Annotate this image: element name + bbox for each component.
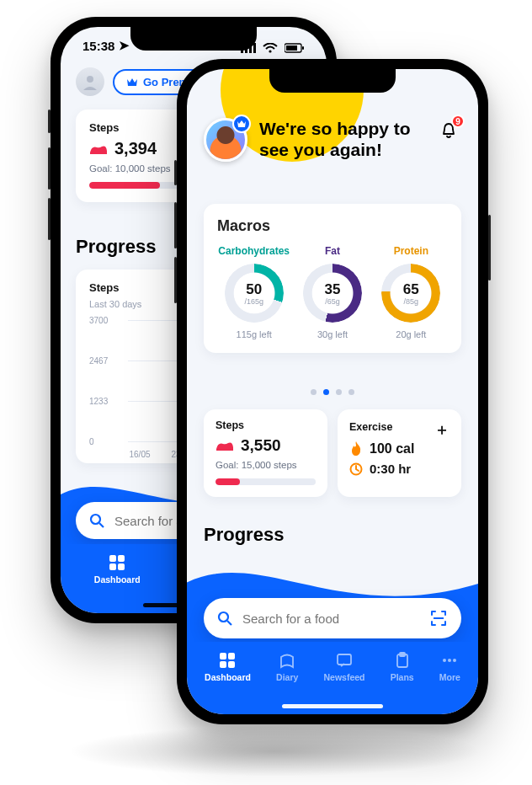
steps-progress-bar: [215, 478, 316, 485]
shoe-icon: [89, 142, 108, 156]
pager-dot[interactable]: [348, 389, 354, 395]
steps-title: Steps: [215, 419, 316, 431]
dashboard-icon: [109, 554, 125, 571]
macro-fat: Fat 35/65g 30g left: [295, 245, 369, 339]
svg-rect-7: [302, 46, 304, 50]
svg-line-10: [99, 523, 104, 527]
greeting-text: We're so happy to see you again!: [259, 118, 424, 160]
svg-rect-6: [286, 45, 297, 51]
svg-point-8: [87, 76, 93, 83]
person-icon: [82, 73, 98, 90]
exercise-title: Exercise: [349, 421, 392, 433]
macro-protein: Protein 65/85g 20g left: [375, 245, 448, 339]
svg-point-4: [269, 50, 271, 52]
battery-icon: [285, 43, 305, 53]
pager-dots[interactable]: [187, 389, 478, 395]
svg-line-18: [227, 621, 231, 625]
home-indicator: [282, 704, 383, 708]
nav-dashboard[interactable]: Dashboard: [205, 652, 251, 682]
barcode-scan-icon[interactable]: [429, 609, 448, 627]
clock-icon: [349, 462, 363, 476]
flame-icon: [349, 441, 363, 457]
notif-count: 9: [451, 115, 465, 128]
avatar-placeholder[interactable]: [76, 67, 104, 96]
pager-dot[interactable]: [336, 389, 342, 395]
status-time: 15:38 ➤: [82, 39, 130, 54]
search-icon: [217, 611, 232, 626]
diary-icon: [279, 652, 295, 669]
steps-goal: Goal: 15,000 steps: [215, 460, 316, 470]
svg-rect-14: [118, 563, 125, 570]
more-icon: [441, 652, 458, 669]
avatar[interactable]: [204, 118, 247, 162]
macros-title: Macros: [217, 217, 448, 235]
newsfeed-icon: [336, 652, 353, 669]
search-icon: [89, 513, 104, 528]
svg-point-29: [453, 659, 456, 662]
svg-rect-24: [338, 654, 351, 665]
premium-badge-icon: [232, 115, 251, 133]
notch: [269, 69, 396, 93]
steps-card[interactable]: Steps 3,550 Goal: 15,000 steps: [204, 409, 327, 497]
nav-dashboard[interactable]: Dashboard: [94, 554, 141, 585]
notch: [130, 27, 257, 51]
search-input[interactable]: [242, 611, 419, 626]
nav-newsfeed[interactable]: Newsfeed: [323, 652, 364, 682]
macros-card[interactable]: Macros Carbohydrates 50/165g 115g left F…: [204, 204, 461, 353]
exercise-time: 0:30 hr: [370, 462, 411, 476]
dashboard-icon: [219, 652, 236, 669]
shoe-icon: [215, 439, 234, 452]
steps-value: 3,550: [241, 436, 281, 455]
svg-point-28: [448, 659, 451, 662]
svg-rect-21: [228, 653, 235, 660]
wifi-icon: [263, 43, 278, 53]
phone-front: We're so happy to see you again! 9 Macro…: [177, 59, 488, 724]
nav-diary[interactable]: Diary: [276, 652, 298, 682]
exercise-calories: 100 cal: [370, 441, 414, 457]
plans-icon: [394, 652, 411, 669]
svg-rect-12: [118, 555, 125, 562]
svg-point-17: [219, 612, 228, 622]
svg-rect-22: [220, 661, 226, 668]
exercise-card[interactable]: Exercise ＋ 100 cal 0:30 hr: [338, 409, 461, 497]
add-exercise-button[interactable]: ＋: [434, 419, 450, 440]
svg-point-27: [443, 659, 446, 662]
macro-carbs: Carbohydrates 50/165g 115g left: [217, 245, 290, 339]
notifications-button[interactable]: 9: [436, 118, 461, 143]
svg-point-9: [91, 515, 100, 524]
pager-dot[interactable]: [323, 389, 329, 395]
progress-heading: Progress: [76, 236, 156, 258]
nav-plans[interactable]: Plans: [391, 652, 414, 682]
pager-dot[interactable]: [311, 389, 317, 395]
steps-value: 3,394: [114, 139, 157, 158]
search-bar[interactable]: [204, 598, 461, 638]
svg-rect-13: [109, 563, 116, 570]
svg-rect-20: [220, 653, 226, 660]
drop-shadow: [67, 726, 481, 777]
svg-rect-11: [109, 555, 116, 562]
svg-rect-23: [228, 661, 235, 668]
crown-icon: [126, 77, 138, 87]
nav-more[interactable]: More: [439, 652, 460, 682]
